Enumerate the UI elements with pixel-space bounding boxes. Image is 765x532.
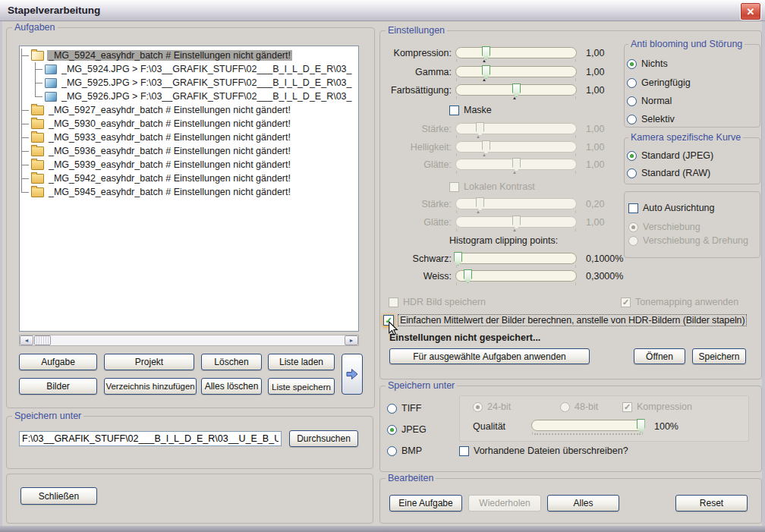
format-option-bmp[interactable]: BMP (387, 445, 422, 456)
task-tree[interactable]: _MG_5924_easyhdr_batch # Einstellungen n… (19, 46, 359, 332)
tree-item[interactable]: _MG_5936_easyhdr_batch # Einstellungen n… (20, 144, 358, 158)
tree-item[interactable]: _MG_5942_easyhdr_batch # Einstellungen n… (20, 172, 358, 185)
slider-label: Gamma: (383, 67, 452, 77)
apply-selected-tasks-button[interactable]: Für ausgewählte Aufgaben anwenden (389, 348, 590, 364)
scroll-left-button[interactable]: ◄ (20, 335, 33, 345)
tree-item-label[interactable]: _MG_5925.JPG > F:\03__GRAFIK_STUFF\02___… (60, 77, 354, 88)
slider-track[interactable] (455, 270, 577, 282)
window-border-bottom (0, 526, 765, 532)
radio-icon[interactable] (387, 446, 397, 456)
kontrast-staerke-slider-row: Stärke: ▲ 0,20 (383, 198, 604, 209)
kamera-kurve-label: Kamera spezifische Kurve (628, 133, 743, 143)
slider-label: Farbsättigung: (383, 85, 452, 96)
tree-item[interactable]: _MG_5924_easyhdr_batch # Einstellungen n… (20, 49, 358, 62)
qualitaet-slider[interactable] (531, 420, 644, 431)
loeschen-button[interactable]: Löschen (201, 354, 262, 370)
speichern-button[interactable]: Speichern (692, 348, 746, 364)
tree-horizontal-scrollbar[interactable]: ◄ ► (19, 335, 359, 346)
radio-icon (560, 402, 570, 412)
tree-item-label[interactable]: _MG_5930_easyhdr_batch # Einstellungen n… (47, 118, 292, 129)
hdr-speichern-label: HDR Bild speichern (403, 297, 486, 307)
bilder-button[interactable]: Bilder (19, 378, 97, 395)
tree-connector-line (35, 62, 36, 96)
tree-item[interactable]: _MG_5926.JPG > F:\03__GRAFIK_STUFF\02___… (20, 90, 358, 103)
auto-ausrichtung-checkbox-row[interactable]: Auto Ausrichtung (628, 203, 715, 213)
liste-laden-button[interactable]: Liste laden (268, 354, 335, 370)
radio-icon[interactable] (387, 404, 397, 414)
scroll-left-icon: ◄ (24, 338, 30, 343)
scrollbar-thumb[interactable] (34, 335, 51, 345)
tree-item[interactable]: _MG_5927_easyhdr_batch # Einstellungen n… (20, 103, 358, 117)
reset-button[interactable]: Reset (675, 495, 748, 512)
tree-item-label[interactable]: _MG_5933_easyhdr_batch # Einstellungen n… (47, 132, 292, 143)
tree-item[interactable]: _MG_5945_easyhdr_batch # Einstellungen n… (20, 185, 358, 199)
alles-loeschen-button[interactable]: Alles löschen (201, 378, 262, 395)
kurve-option-raw[interactable]: Standard (RAW) (627, 168, 710, 178)
lokaler-kontrast-checkbox (449, 182, 459, 192)
overwrite-checkbox[interactable] (459, 446, 469, 456)
tree-item-label[interactable]: _MG_5936_easyhdr_batch # Einstellungen n… (47, 146, 292, 156)
format-option-tiff[interactable]: TIFF (387, 403, 421, 414)
auto-ausrichtung-checkbox[interactable] (628, 203, 638, 213)
option-label: Geringfügig (641, 77, 691, 88)
anti-blooming-option-normal[interactable]: Normal (627, 96, 672, 106)
radio-icon[interactable] (627, 78, 637, 88)
tree-item-label[interactable]: _MG_5939_easyhdr_batch # Einstellungen n… (47, 159, 292, 170)
tree-item[interactable]: _MG_5933_easyhdr_batch # Einstellungen n… (20, 131, 358, 144)
slider-track[interactable] (455, 253, 577, 264)
radio-icon[interactable] (627, 59, 637, 69)
radio-icon[interactable] (627, 168, 637, 178)
radio-icon[interactable] (387, 425, 397, 435)
eine-aufgabe-button[interactable]: Eine Aufgabe (389, 495, 462, 512)
tree-item-label[interactable]: _MG_5924.JPG > F:\03__GRAFIK_STUFF\02___… (60, 64, 354, 74)
projekt-button[interactable]: Projekt (104, 354, 194, 370)
maske-checkbox-row[interactable]: Maske (449, 105, 492, 115)
schwarz-slider[interactable] (455, 253, 577, 264)
anti-blooming-option-nichts[interactable]: Nichts (627, 58, 668, 69)
tree-item-label[interactable]: _MG_5926.JPG > F:\03__GRAFIK_STUFF\02___… (60, 91, 354, 102)
farbsaettigung-slider[interactable]: ▲ (455, 84, 577, 96)
tree-elbow (21, 49, 29, 56)
radio-icon[interactable] (627, 96, 637, 106)
anti-blooming-option-selektiv[interactable]: Selektiv (627, 114, 675, 124)
aufgabe-button[interactable]: Aufgabe (19, 354, 97, 370)
transfer-arrow-button[interactable] (342, 354, 363, 395)
tree-item-label[interactable]: _MG_5924_easyhdr_batch # Einstellungen n… (47, 50, 292, 61)
mittelwert-checkbox-row[interactable]: ✓ Einfachen Mittelwert der Bilder berech… (383, 315, 746, 326)
option-label: Nichts (641, 58, 668, 69)
overwrite-checkbox-row[interactable]: Vorhandene Dateien überschreiben? (459, 445, 628, 456)
liste-speichern-button[interactable]: Liste speichern (268, 378, 335, 395)
scrollbar-track[interactable] (51, 335, 345, 345)
slider-track[interactable] (531, 420, 644, 431)
durchsuchen-button[interactable]: Durchsuchen (289, 430, 358, 447)
scroll-right-button[interactable]: ► (345, 335, 358, 345)
anti-blooming-option-geringfuegig[interactable]: Geringfügig (627, 77, 691, 88)
aufgaben-group-label: Aufgaben (12, 23, 58, 33)
slider-track[interactable] (455, 66, 577, 77)
tree-item[interactable]: _MG_5939_easyhdr_batch # Einstellungen n… (20, 158, 358, 172)
radio-icon[interactable] (627, 151, 637, 161)
alles-button[interactable]: Alles (547, 495, 619, 512)
folder-icon (31, 119, 44, 129)
slider-track[interactable] (455, 47, 577, 58)
mittelwert-label[interactable]: Einfachen Mittelwert der Bilder berechne… (398, 315, 746, 326)
tree-item[interactable]: _MG_5925.JPG > F:\03__GRAFIK_STUFF\02___… (20, 76, 358, 90)
tree-item[interactable]: _MG_5924.JPG > F:\03__GRAFIK_STUFF\02___… (20, 62, 358, 76)
tree-item-label[interactable]: _MG_5942_easyhdr_batch # Einstellungen n… (47, 173, 292, 184)
maske-checkbox[interactable] (449, 105, 459, 115)
close-button[interactable]: ✕ (740, 2, 761, 20)
tree-item[interactable]: _MG_5930_easyhdr_batch # Einstellungen n… (20, 117, 358, 131)
format-option-jpeg[interactable]: JPEG (387, 424, 427, 435)
kompression-slider[interactable]: ▲ (455, 47, 577, 58)
kurve-option-jpeg[interactable]: Standard (JPEG) (627, 150, 713, 161)
oeffnen-button[interactable]: Öffnen (634, 348, 685, 364)
gamma-slider[interactable]: ▲ (455, 66, 577, 77)
tree-item-label[interactable]: _MG_5927_easyhdr_batch # Einstellungen n… (47, 105, 292, 115)
schliessen-button[interactable]: Schließen (20, 487, 97, 505)
scroll-right-icon: ► (349, 338, 354, 343)
tree-item-label[interactable]: _MG_5945_easyhdr_batch # Einstellungen n… (47, 187, 292, 197)
verzeichnis-hinzufuegen-button[interactable]: Verzeichnis hinzufügen (104, 378, 197, 395)
radio-icon[interactable] (627, 115, 637, 124)
save-path-input[interactable] (19, 431, 282, 446)
weiss-slider[interactable] (455, 270, 577, 282)
